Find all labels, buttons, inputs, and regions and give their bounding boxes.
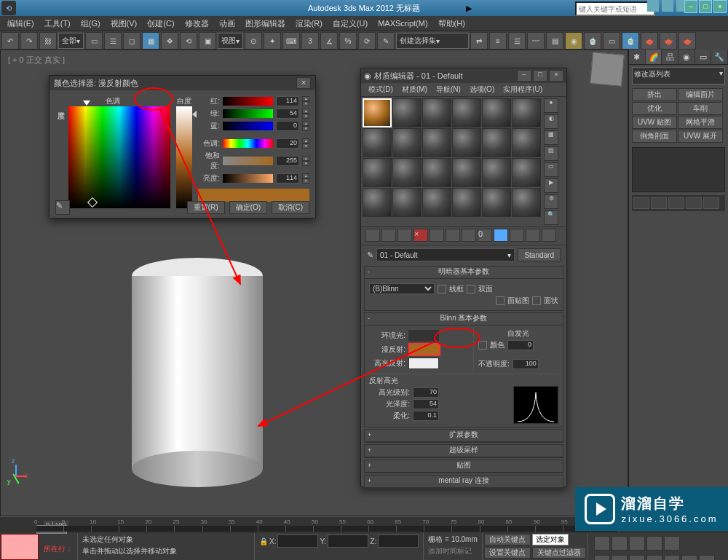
manip-icon[interactable]: ✦ (264, 32, 281, 50)
selfillum-checkbox[interactable] (478, 341, 487, 350)
show-end-result-icon[interactable] (510, 229, 524, 242)
config-sets-icon[interactable] (703, 197, 719, 209)
x-coord-input[interactable] (277, 535, 318, 548)
material-slot[interactable] (363, 128, 392, 157)
addtime-button[interactable]: 添加时间标记 (428, 546, 478, 556)
mat-menu-material[interactable]: 材质(M) (399, 83, 430, 96)
mentalray-rollup[interactable]: +mental ray 连接 (365, 476, 563, 488)
pan-icon[interactable] (664, 555, 680, 560)
material-slot[interactable] (512, 98, 541, 127)
motion-tab-icon[interactable]: ◉ (678, 50, 695, 64)
menu-create[interactable]: 创建(C) (143, 17, 178, 31)
align-icon[interactable]: ≡ (489, 32, 507, 50)
percent-snap-icon[interactable]: % (339, 32, 357, 50)
next-frame-icon[interactable] (646, 536, 662, 551)
teapot3-icon[interactable]: 🫖 (678, 32, 696, 50)
viewport-label[interactable]: [ + 0 正交 真实 ] (8, 55, 65, 66)
menu-help[interactable]: 帮助(H) (434, 17, 470, 31)
go-parent-icon[interactable] (526, 229, 540, 242)
teapot2-icon[interactable]: 🫖 (660, 32, 677, 50)
mirror-icon[interactable]: ⇄ (470, 32, 488, 50)
info-icon[interactable] (647, 0, 659, 12)
blue-spinner[interactable]: ▴▾ (302, 121, 309, 131)
mat-menu-navigate[interactable]: 导航(N) (433, 83, 464, 96)
orbit-icon[interactable] (681, 555, 697, 560)
time-track[interactable] (36, 526, 619, 532)
selected-set-button[interactable]: 选定对象 (532, 534, 569, 545)
autokey-button[interactable]: 自动关键点 (484, 534, 531, 545)
go-sibling-icon[interactable] (542, 229, 556, 242)
y-coord-input[interactable] (328, 535, 368, 548)
hue-spinner[interactable]: ▴▾ (302, 138, 309, 149)
facemap-checkbox[interactable] (496, 296, 505, 305)
mod-uvwmap[interactable]: UVW 贴图 (632, 116, 677, 129)
supersampling-rollup[interactable]: +超级采样 (365, 445, 563, 457)
play-icon[interactable] (629, 536, 645, 551)
rendered-frame-icon[interactable]: ▭ (603, 32, 620, 50)
spinner-snap-icon[interactable]: ⟳ (358, 32, 376, 50)
menu-customize[interactable]: 自定义(U) (328, 17, 372, 31)
min-icon[interactable]: – (517, 70, 531, 82)
mat-menu-utilities[interactable]: 实用程序(U) (500, 83, 545, 96)
material-slot[interactable] (422, 98, 451, 127)
mod-uvwunwrap[interactable]: UVW 展开 (678, 130, 723, 143)
material-slot[interactable] (452, 98, 481, 127)
curve-editor-icon[interactable]: 〰 (527, 32, 545, 50)
material-slot[interactable] (482, 98, 511, 127)
material-slot[interactable] (392, 158, 422, 187)
modify-tab-icon[interactable]: 🌈 (646, 50, 662, 64)
make-copy-icon[interactable] (430, 229, 444, 242)
mod-extrude[interactable]: 挤出 (632, 88, 677, 101)
mod-lathe[interactable]: 车削 (678, 102, 723, 115)
put-scene-icon[interactable] (381, 229, 396, 242)
material-slot[interactable] (363, 188, 392, 217)
maximize-vp-icon[interactable] (699, 555, 715, 560)
eyedropper-mat-icon[interactable]: ✎ (367, 251, 373, 260)
material-slot[interactable] (512, 158, 541, 187)
material-slot[interactable] (482, 128, 511, 157)
select-icon[interactable]: ▭ (85, 32, 103, 50)
cancel-button[interactable]: 取消(C) (272, 201, 309, 214)
edit-named-icon[interactable]: ✎ (377, 32, 395, 50)
material-slot[interactable] (363, 158, 392, 187)
menu-views[interactable]: 视图(V) (106, 17, 142, 31)
material-slot[interactable] (482, 158, 511, 187)
wire-checkbox[interactable] (438, 285, 446, 293)
teapot1-icon[interactable]: 🫖 (641, 32, 658, 50)
menu-grapheditors[interactable]: 图形编辑器 (241, 17, 290, 31)
menu-modifiers[interactable]: 修改器 (181, 17, 213, 31)
assign-icon[interactable] (397, 229, 412, 242)
viewcube-icon[interactable] (590, 52, 625, 87)
mod-bevelprofile[interactable]: 倒角剖面 (632, 130, 677, 143)
red-spinner[interactable]: ▴▾ (302, 96, 309, 106)
schematic-icon[interactable]: ▤ (546, 32, 563, 50)
keymode-icon[interactable]: ⌨ (282, 32, 300, 50)
mod-optimize[interactable]: 优化 (632, 102, 677, 115)
menu-tools[interactable]: 工具(T) (40, 17, 75, 31)
zoom-all-icon[interactable] (612, 555, 628, 560)
z-coord-input[interactable] (378, 535, 419, 548)
pivot-icon[interactable]: ⊙ (245, 32, 262, 50)
val-spinner[interactable]: ▴▾ (302, 173, 309, 184)
options-icon[interactable]: ⚙ (544, 194, 558, 209)
material-dialog-header[interactable]: ◉ 材质编辑器 - 01 - Default – □ × (361, 68, 566, 83)
utilities-tab-icon[interactable]: 🔧 (711, 50, 728, 64)
display-tab-icon[interactable]: ▭ (695, 50, 712, 64)
mat-menu-options[interactable]: 选项(O) (467, 83, 497, 96)
zoom-icon[interactable] (594, 555, 610, 560)
goto-start-icon[interactable] (594, 536, 610, 551)
maps-rollup[interactable]: +贴图 (365, 460, 563, 473)
setkey-button[interactable]: 设置关键点 (484, 547, 531, 559)
select-by-mat-icon[interactable]: 🔍 (544, 210, 558, 225)
eyedropper-icon[interactable]: ✎ (55, 200, 70, 215)
snap-icon[interactable]: 3 (301, 32, 319, 50)
video-check-icon[interactable]: ▭ (544, 162, 558, 177)
menu-maxscript[interactable]: MAXScript(M) (373, 17, 432, 29)
mod-meshsmooth[interactable]: 网格平滑 (678, 116, 723, 129)
help-search-input[interactable] (575, 1, 655, 16)
create-tab-icon[interactable]: ✱ (629, 50, 646, 64)
menu-group[interactable]: 组(G) (76, 17, 105, 31)
material-slot[interactable] (392, 98, 422, 127)
menu-edit[interactable]: 编辑(E) (3, 17, 39, 31)
make-unique-icon[interactable] (446, 229, 460, 242)
